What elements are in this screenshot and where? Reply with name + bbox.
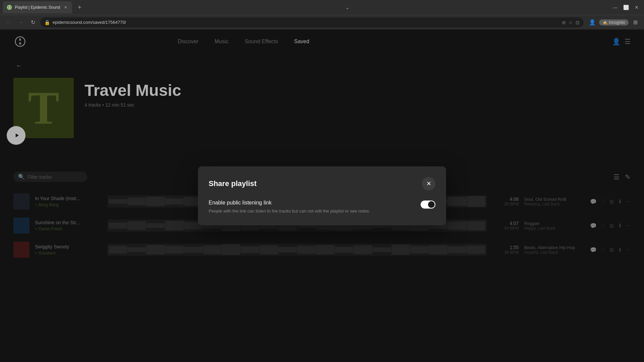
share-playlist-modal: Share playlist ✕ Enable public listening… [198,166,446,225]
reading-list-icon[interactable]: ⊡ [576,20,580,25]
window-controls: — ⬜ ✕ [610,3,641,12]
browser-frame: Playlist | Epidemic Sound ✕ + ⌄ — ⬜ ✕ ← … [0,0,644,362]
modal-option: Enable public listening link People with… [209,200,435,215]
modal-title: Share playlist [209,179,257,188]
modal-overlay[interactable]: Share playlist ✕ Enable public listening… [0,29,644,362]
tab-title: Playlist | Epidemic Sound [15,5,60,10]
address-text: epidemicsound.com/saved/17564770/ [53,20,559,25]
extensions-icon[interactable]: ⊞ [631,18,640,27]
incognito-badge: 🕵 Incognito [599,19,629,25]
modal-close-button[interactable]: ✕ [422,177,435,190]
toolbar-icons: 👤 🕵 Incognito ⊞ [588,18,640,27]
option-label: Enable public listening link [209,200,370,206]
public-link-toggle[interactable] [421,200,435,208]
tab-list-dropdown[interactable]: ⌄ [343,3,352,12]
new-tab-button[interactable]: + [75,3,84,12]
back-nav-button[interactable]: ← [4,18,13,27]
minimize-button[interactable]: — [610,3,620,12]
browser-toolbar: ← → ↻ 🔒 epidemicsound.com/saved/17564770… [0,15,644,29]
address-bar[interactable]: 🔒 epidemicsound.com/saved/17564770/ ⊘ ☆ … [40,17,584,27]
incognito-icon: 🕵 [602,20,607,25]
close-icon: ✕ [426,180,431,187]
modal-header: Share playlist ✕ [209,177,435,190]
forward-nav-button[interactable]: → [16,18,25,27]
incognito-label: Incognito [609,20,625,25]
tab-close-button[interactable]: ✕ [63,5,68,10]
close-button[interactable]: ✕ [632,3,641,12]
option-text: Enable public listening link People with… [209,200,370,215]
app-content: Discover Music Sound Effects Saved 👤 ☰ ←… [0,29,644,362]
tab-favicon [7,5,12,10]
reload-button[interactable]: ↻ [28,18,38,27]
profile-icon[interactable]: 👤 [588,18,597,27]
camera-off-icon: ⊘ [562,20,566,25]
toggle-knob [428,201,435,208]
option-desc: People with the link can listen to the t… [209,208,370,215]
maximize-button[interactable]: ⬜ [621,3,631,12]
browser-titlebar: Playlist | Epidemic Sound ✕ + ⌄ — ⬜ ✕ [0,0,644,15]
browser-tab[interactable]: Playlist | Epidemic Sound ✕ [3,1,72,13]
bookmark-icon[interactable]: ☆ [569,20,573,25]
address-bar-icons: ⊘ ☆ ⊡ [562,20,580,25]
